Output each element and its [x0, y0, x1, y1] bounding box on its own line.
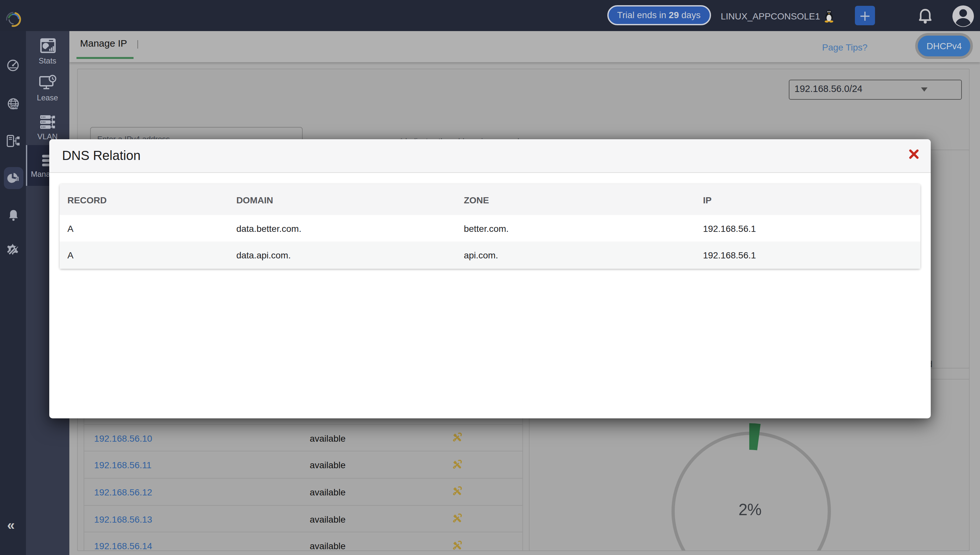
svg-text:DNS: DNS	[10, 105, 17, 109]
svg-text:2%: 2%	[738, 500, 761, 519]
